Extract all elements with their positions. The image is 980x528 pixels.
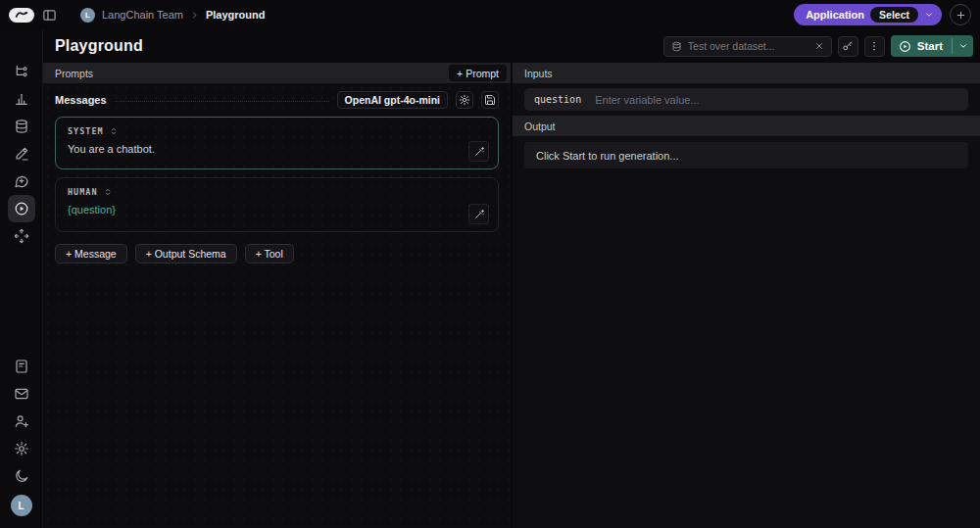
add-tool-button[interactable]: + Tool: [245, 244, 294, 264]
add-prompt-button[interactable]: + Prompt: [449, 65, 507, 81]
start-options-chevron-down-icon[interactable]: [953, 35, 973, 57]
prompts-panel: Prompts + Prompt Messages OpenAI gpt-4o-…: [43, 63, 511, 528]
output-header-label: Output: [524, 120, 556, 132]
wand-icon[interactable]: [468, 141, 489, 162]
database-icon: [671, 41, 682, 52]
chevron-down-icon: [924, 10, 934, 20]
sidebar-item-prompts[interactable]: [8, 168, 35, 195]
select-pill[interactable]: Select: [870, 7, 918, 23]
system-message-block[interactable]: SYSTEM You are a chatbot.: [55, 117, 499, 169]
close-icon[interactable]: [814, 41, 824, 51]
sidebar-item-docs[interactable]: [8, 353, 35, 380]
add-output-schema-button[interactable]: + Output Schema: [135, 244, 237, 264]
test-over-dataset-box[interactable]: [663, 36, 832, 57]
sidebar-item-playground[interactable]: [8, 195, 35, 222]
langsmith-logo[interactable]: [9, 8, 34, 23]
model-settings-gear-icon[interactable]: [456, 91, 473, 109]
variable-name-label: question: [534, 94, 581, 105]
dotted-divider: [115, 101, 329, 102]
messages-toolbar: Messages OpenAI gpt-4o-mini: [55, 91, 499, 109]
sidebar-item-tracing[interactable]: [8, 58, 35, 85]
playground-app: L LangChain Team Playground Application …: [0, 0, 980, 528]
play-icon: [899, 40, 911, 53]
sidebar-item-deployments[interactable]: [8, 222, 35, 250]
sidebar-item-datasets[interactable]: [8, 113, 35, 140]
breadcrumb: L LangChain Team Playground: [80, 8, 265, 23]
more-options-button[interactable]: [864, 36, 885, 57]
sidebar-top-group: [8, 30, 35, 250]
api-key-button[interactable]: [838, 36, 858, 57]
sidebar-item-settings[interactable]: [8, 435, 35, 462]
human-message-content[interactable]: {question}: [68, 204, 486, 216]
application-select-button[interactable]: Application Select: [794, 4, 942, 25]
sidebar-item-monitoring[interactable]: [8, 85, 35, 113]
chevrons-up-down-icon[interactable]: [103, 187, 113, 197]
breadcrumb-page[interactable]: Playground: [206, 9, 266, 21]
output-placeholder-text: Click Start to run generation...: [536, 150, 679, 162]
topbar: L LangChain Team Playground Application …: [0, 0, 980, 29]
add-button[interactable]: [950, 4, 971, 25]
sidebar-bottom-group: L: [8, 353, 35, 516]
prompts-panel-header: Prompts + Prompt: [43, 63, 511, 83]
prompt-body: Messages OpenAI gpt-4o-mini: [43, 83, 511, 528]
inputs-header-label: Inputs: [524, 68, 553, 79]
prompts-header-label: Prompts: [55, 68, 93, 79]
output-placeholder-row: Click Start to run generation...: [524, 142, 968, 168]
page-header: Playground: [43, 29, 980, 63]
sidebar-item-mail[interactable]: [8, 380, 35, 408]
sidebar-item-dark-mode[interactable]: [8, 462, 35, 490]
messages-label: Messages: [55, 94, 107, 106]
application-label: Application: [806, 9, 864, 21]
start-label: Start: [917, 40, 943, 52]
save-icon[interactable]: [481, 91, 499, 109]
team-avatar: L: [80, 8, 95, 23]
sidebar-item-invite-user[interactable]: [8, 408, 35, 435]
breadcrumb-team[interactable]: LangChain Team: [102, 9, 183, 21]
variable-value-input[interactable]: [595, 94, 958, 106]
model-select-button[interactable]: OpenAI gpt-4o-mini: [337, 91, 448, 109]
chevron-right-icon: [190, 11, 199, 20]
wand-icon[interactable]: [468, 204, 489, 224]
content: Playground: [43, 29, 980, 528]
message-role-label: HUMAN: [68, 187, 98, 197]
human-message-block[interactable]: HUMAN {question}: [55, 177, 499, 232]
output-header: Output: [513, 116, 980, 136]
sidebar: L: [0, 29, 43, 528]
message-actions-row: + Message + Output Schema + Tool: [55, 244, 499, 264]
dataset-search-input[interactable]: [688, 40, 808, 52]
start-button[interactable]: Start: [891, 35, 973, 57]
sidebar-item-annotation[interactable]: [8, 140, 35, 168]
sidebar-item-home[interactable]: [8, 30, 35, 58]
inputs-header: Inputs: [513, 63, 980, 83]
page-title: Playground: [55, 37, 143, 55]
system-message-content[interactable]: You are a chatbot.: [68, 143, 486, 155]
io-panel: Inputs question Output Click Start to ru…: [513, 63, 980, 528]
chevrons-up-down-icon[interactable]: [109, 126, 119, 136]
input-variable-row[interactable]: question: [524, 88, 968, 111]
message-role-label: SYSTEM: [68, 126, 104, 136]
add-message-button[interactable]: + Message: [55, 244, 127, 264]
panel-toggle-icon[interactable]: [42, 8, 57, 23]
user-avatar[interactable]: L: [11, 495, 32, 516]
